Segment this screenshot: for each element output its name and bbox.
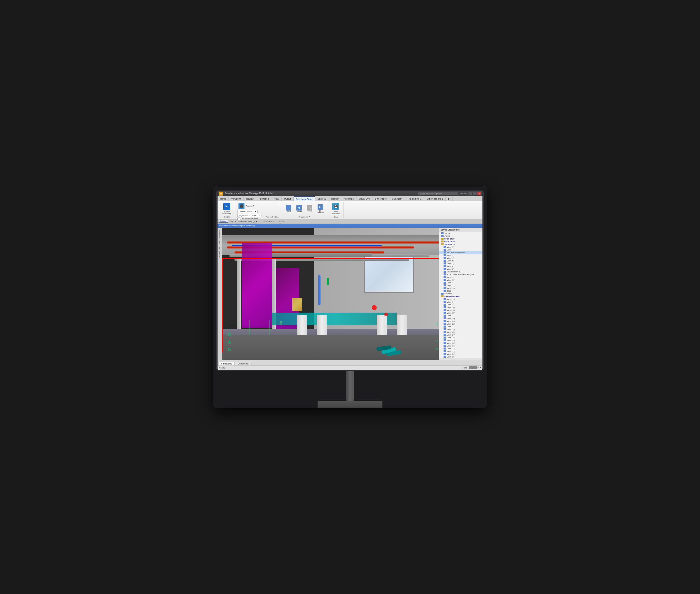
vp-icon-view3	[443, 254, 446, 256]
sub-ribbon-planes-settings[interactable]: Planes Settings ▼	[240, 220, 259, 223]
viewpoint-view26[interactable]: View (26)	[439, 331, 482, 334]
viewpoint-view25[interactable]: View (25)	[439, 328, 482, 331]
viewpoints-list[interactable]: .P01A .P01B 09-19-2019 09-26-2019	[439, 232, 482, 358]
viewpoint-view35[interactable]: View (35)	[439, 356, 482, 358]
tab-sectioning-tools[interactable]: Sectioning Tools	[294, 196, 315, 201]
viewpoint-view14[interactable]: View (14)	[439, 301, 482, 303]
tab-comments[interactable]: Comments	[235, 362, 252, 365]
viewpoint-view[interactable]: View	[439, 249, 482, 251]
sidebar-tab-selection-tree[interactable]: Selection Tree	[218, 246, 221, 259]
maximize-button[interactable]: □	[473, 192, 476, 195]
rotate-button[interactable]: ↺ Rotate	[295, 205, 304, 213]
tab-animation[interactable]: Animation	[256, 196, 271, 201]
viewpoint-view28[interactable]: View (28)	[439, 336, 482, 339]
sub-ribbon-save[interactable]: Save	[278, 220, 285, 223]
tab-viewpoint[interactable]: Viewpoint	[229, 196, 244, 201]
viewpoint-view10[interactable]: View (10)	[439, 279, 482, 282]
viewpoint-date-0919[interactable]: 09-19-2019	[439, 237, 482, 240]
viewpoint-view16[interactable]: View (16)	[439, 306, 482, 309]
link-section-checkbox[interactable]: ✓	[237, 218, 240, 220]
vp-label-1010: 10-10-2019	[444, 243, 455, 245]
viewpoint-coord3d[interactable]: Coordination 3D	[439, 270, 482, 273]
viewpoint-p01b[interactable]: .P01B	[439, 235, 482, 237]
viewpoint-view19[interactable]: View (19)	[439, 311, 482, 314]
viewpoint-view4[interactable]: View (4)	[439, 257, 482, 259]
viewpoint-z3d[interactable]: Z - 3D View w/o View Template	[439, 273, 482, 276]
viewpoint-view22[interactable]: View (22)	[439, 323, 482, 325]
tab-bim-track[interactable]: BIM Track®	[372, 196, 390, 201]
tab-find-items[interactable]: Find Items	[219, 362, 234, 365]
viewpoint-view29[interactable]: View (29)	[439, 339, 482, 342]
viewpoint-view23[interactable]: View (23)	[439, 320, 482, 323]
transform-items: ↔ Move ↺ Rotate ⤡ Scale ⊞	[284, 203, 325, 215]
close-button[interactable]: ✕	[477, 192, 481, 195]
viewpoint-view13[interactable]: View (13)	[439, 287, 482, 290]
viewpoint-view6[interactable]: View (6)	[439, 265, 482, 268]
ribbon-group-transform: ↔ Move ↺ Rotate ⤡ Scale ⊞	[282, 202, 327, 219]
tab-output[interactable]: Output	[281, 196, 294, 201]
viewpoint-validation-views[interactable]: Validation Views	[439, 295, 482, 298]
viewpoint-view15[interactable]: View (15)	[439, 298, 482, 301]
sub-ribbon-enable[interactable]: Enable	[219, 220, 228, 223]
viewpoint-view8[interactable]: View (8)	[439, 268, 482, 270]
tab-visual-live[interactable]: Visual Live	[357, 196, 372, 201]
viewpoint-view18[interactable]: View (18)	[439, 309, 482, 311]
sub-ribbon-mode[interactable]: Mode	[230, 220, 238, 223]
status-icon-2[interactable]	[473, 366, 477, 369]
viewpoint-view3[interactable]: View (3)	[439, 254, 482, 257]
current-plane-dropdown[interactable]: Current: Plane 2 ▼	[237, 210, 258, 213]
viewpoint-view27[interactable]: View (27)	[439, 334, 482, 336]
viewpoint-view20[interactable]: View (20)	[439, 317, 482, 320]
viewpoint-3dview[interactable]: 3D View	[439, 292, 482, 295]
viewpoint-view17[interactable]: View (17)	[439, 303, 482, 306]
tab-view[interactable]: View	[271, 196, 281, 201]
viewpoint-view5[interactable]: View (5)	[439, 259, 482, 262]
tab-tool-addins[interactable]: Tool add-ins 1	[405, 196, 424, 201]
viewpoint-view33[interactable]: View (33)	[439, 350, 482, 353]
viewpoint-date-0926[interactable]: 09-26-2019	[439, 240, 482, 243]
tab-bluebeam[interactable]: Bluebeam	[390, 196, 405, 201]
tab-review[interactable]: Review	[244, 196, 257, 201]
viewpoint-view1[interactable]: View (1)	[439, 246, 482, 249]
sub-ribbon-transform[interactable]: Transform ▼	[261, 220, 276, 223]
viewpoint-date-1010[interactable]: 10-10-2019	[439, 243, 482, 246]
planes-button[interactable]: ⬛ Planes ▼	[237, 203, 261, 209]
tab-export-addins[interactable]: Export add-ins 1	[424, 196, 446, 201]
fit-selection-icon: ⊞	[318, 204, 323, 210]
minimize-button[interactable]: —	[468, 192, 472, 195]
viewpoint-view9[interactable]: View (9)	[439, 276, 482, 279]
tab-home[interactable]: Home	[218, 196, 229, 201]
sidebar-tab-sets[interactable]: Sets	[218, 239, 221, 245]
move-button[interactable]: ↔ Move	[284, 205, 293, 213]
viewpoint-view11[interactable]: View (11)	[439, 282, 482, 284]
search-bar[interactable]: Type a keyword or phrase	[418, 192, 458, 195]
viewpoint-view24[interactable]: View (24)	[439, 325, 482, 328]
viewpoint-p01a[interactable]: .P01A	[439, 232, 482, 235]
save-viewpoint-button[interactable]: 💾 SaveViewpoint	[330, 203, 342, 215]
status-icons: — ■	[469, 366, 481, 369]
tab-render[interactable]: Render	[329, 196, 341, 201]
tab-assemble[interactable]: Assemble	[341, 196, 357, 201]
vp-icon-view17	[443, 304, 446, 306]
viewpoint-view34[interactable]: View (34)	[439, 353, 482, 356]
viewpoint-view12[interactable]: View (12)	[439, 284, 482, 287]
viewpoints-hscrollbar[interactable]	[439, 358, 482, 360]
tan-box	[292, 298, 302, 311]
viewpoint-view21[interactable]: View (21)	[439, 314, 482, 317]
viewport[interactable]: 8 D A C E F 7.5 5.1 4.5	[222, 228, 439, 360]
viewpoint-view32[interactable]: View (32)	[439, 347, 482, 350]
fit-selection-button[interactable]: ⊞ FitSelection	[315, 204, 325, 214]
viewpoint-bim-track[interactable]: BIM Track Viewpoint	[439, 251, 482, 254]
alignment-dropdown[interactable]: Alignment: "Custom" ▼	[237, 214, 261, 217]
enable-sectioning-button[interactable]: ✂ EnableSectioning	[221, 203, 233, 215]
tab-bim360[interactable]: BIM 360	[315, 196, 329, 201]
viewpoint-view30[interactable]: View (30)	[439, 342, 482, 344]
sidebar-tab-properties[interactable]: Properties	[218, 229, 221, 239]
status-icon-1[interactable]	[469, 366, 473, 369]
scale-button[interactable]: ⤡ Scale	[305, 205, 314, 213]
viewpoint-view31[interactable]: View (31)	[439, 344, 482, 347]
tab-video[interactable]: ▶	[445, 196, 453, 201]
fire-marker-1	[372, 305, 377, 310]
viewpoint-shift[interactable]: Shift	[439, 290, 482, 292]
viewpoint-view7[interactable]: View (7)	[439, 262, 482, 265]
